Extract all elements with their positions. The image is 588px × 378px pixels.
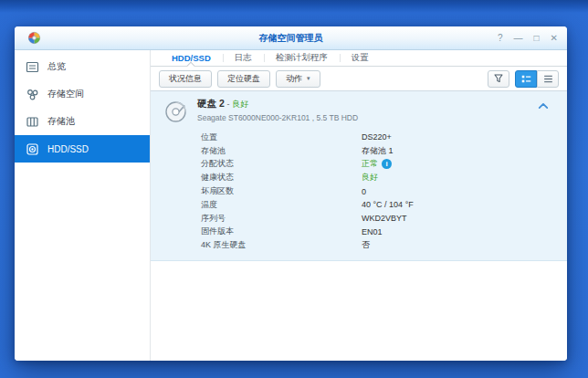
close-button[interactable]: ✕ xyxy=(551,34,558,43)
sidebar: 总览 存储空间 存储池 xyxy=(15,50,151,361)
button-label: 定位硬盘 xyxy=(227,73,260,85)
detail-value: DS220+ xyxy=(362,132,392,142)
tab-label: HDD/SSD xyxy=(172,53,211,63)
sidebar-item-overview[interactable]: 总览 xyxy=(15,53,150,80)
detail-label: 位置 xyxy=(201,131,362,143)
volume-icon xyxy=(26,88,39,101)
detail-value: 否 xyxy=(362,239,370,251)
window-controls: ? — □ ✕ xyxy=(498,26,558,49)
detail-view-button[interactable] xyxy=(515,70,537,88)
locate-drive-button[interactable]: 定位硬盘 xyxy=(217,70,270,88)
info-icon[interactable]: i xyxy=(382,159,392,169)
disk-status-badge: 良好 xyxy=(232,100,248,109)
chevron-up-icon[interactable] xyxy=(538,102,549,110)
storage-manager-app-icon xyxy=(27,31,41,45)
action-dropdown-button[interactable]: 动作 ▾ xyxy=(276,70,320,88)
overview-icon xyxy=(26,60,39,74)
detail-label: 存储池 xyxy=(201,145,362,157)
tab-hdd-ssd[interactable]: HDD/SSD xyxy=(160,50,223,66)
detail-row-health-status: 健康状态 良好 xyxy=(201,171,554,184)
simple-view-button[interactable] xyxy=(537,70,559,88)
disk-platter-icon xyxy=(163,100,188,124)
detail-label: 坏扇区数 xyxy=(201,185,362,197)
tab-label: 日志 xyxy=(235,52,252,64)
detail-value: 存储池 1 xyxy=(362,145,394,157)
tab-label: 检测计划程序 xyxy=(276,52,328,64)
content-area: 硬盘 2 - 良好 Seagate ST6000NE000-2KR101 , 5… xyxy=(151,91,567,361)
filter-button[interactable] xyxy=(488,70,509,88)
detail-value: 40 °C / 104 °F xyxy=(362,200,414,209)
detail-value: 0 xyxy=(362,187,366,196)
detail-row-4k-native: 4K 原生硬盘 否 xyxy=(201,238,554,252)
disk-panel: 硬盘 2 - 良好 Seagate ST6000NE000-2KR101 , 5… xyxy=(151,91,567,261)
disk-details: 位置 DS220+ 存储池 存储池 1 分配状态 正常 i xyxy=(201,131,554,252)
minimize-button[interactable]: — xyxy=(514,34,523,43)
tab-log[interactable]: 日志 xyxy=(223,50,264,66)
disk-model: Seagate ST6000NE000-2KR101 , 5.5 TB HDD xyxy=(197,113,358,122)
detail-value: 正常 xyxy=(362,158,378,170)
sidebar-item-label: 存储空间 xyxy=(47,88,84,100)
pool-icon xyxy=(26,115,39,129)
detail-label: 4K 原生硬盘 xyxy=(201,239,362,251)
detail-label: 固件版本 xyxy=(201,226,362,237)
detail-label: 序列号 xyxy=(201,213,362,225)
tab-test-scheduler[interactable]: 检测计划程序 xyxy=(264,50,340,66)
toolbar: 状况信息 定位硬盘 动作 ▾ xyxy=(151,67,567,91)
chevron-down-icon: ▾ xyxy=(307,75,310,82)
window-titlebar[interactable]: 存储空间管理员 ? — □ ✕ xyxy=(15,26,567,50)
storage-manager-window: 存储空间管理员 ? — □ ✕ 总览 xyxy=(15,26,567,361)
detail-row-bad-sectors: 坏扇区数 0 xyxy=(201,184,554,198)
sidebar-item-pool[interactable]: 存储池 xyxy=(15,108,150,135)
detail-value: WKD2VBYT xyxy=(362,214,407,223)
disk-title-separator: - xyxy=(227,100,230,109)
detail-label: 温度 xyxy=(201,199,362,211)
view-toggle xyxy=(515,70,559,88)
detail-value: EN01 xyxy=(362,227,383,236)
funnel-icon xyxy=(493,73,504,84)
desktop: { "window": { "title": "存储空间管理员", "contr… xyxy=(0,0,588,378)
detail-label: 分配状态 xyxy=(201,158,362,170)
detail-value: 良好 xyxy=(362,172,378,184)
disk-title: 硬盘 2 xyxy=(197,98,225,109)
help-button[interactable]: ? xyxy=(498,34,503,43)
detail-row-storage-pool: 存储池 存储池 1 xyxy=(201,144,554,158)
window-title: 存储空间管理员 xyxy=(259,32,323,45)
simple-list-icon xyxy=(542,73,554,85)
sidebar-item-volume[interactable]: 存储空间 xyxy=(15,80,150,108)
main-area: HDD/SSD 日志 检测计划程序 设置 状况信息 定位硬盘 xyxy=(151,50,567,361)
tab-label: 设置 xyxy=(352,52,369,64)
button-label: 状况信息 xyxy=(169,73,202,85)
sidebar-item-label: HDD/SSD xyxy=(47,144,89,154)
detail-row-location: 位置 DS220+ xyxy=(201,131,554,144)
detail-label: 健康状态 xyxy=(201,172,362,184)
hdd-icon xyxy=(26,142,39,156)
sidebar-item-label: 存储池 xyxy=(47,115,75,128)
maximize-button[interactable]: □ xyxy=(534,34,540,43)
detail-row-firmware: 固件版本 EN01 xyxy=(201,226,554,239)
disk-panel-header[interactable]: 硬盘 2 - 良好 Seagate ST6000NE000-2KR101 , 5… xyxy=(163,98,554,124)
detail-row-allocation-status: 分配状态 正常 i xyxy=(201,158,554,172)
button-label: 动作 xyxy=(286,73,302,85)
detail-row-serial-number: 序列号 WKD2VBYT xyxy=(201,212,554,226)
sidebar-item-hdd-ssd[interactable]: HDD/SSD xyxy=(15,135,150,163)
detail-list-icon xyxy=(520,73,532,85)
tab-bar: HDD/SSD 日志 检测计划程序 设置 xyxy=(151,50,567,67)
tab-settings[interactable]: 设置 xyxy=(340,50,381,66)
health-info-button[interactable]: 状况信息 xyxy=(159,70,212,88)
detail-row-temperature: 温度 40 °C / 104 °F xyxy=(201,198,554,212)
sidebar-item-label: 总览 xyxy=(47,60,66,73)
